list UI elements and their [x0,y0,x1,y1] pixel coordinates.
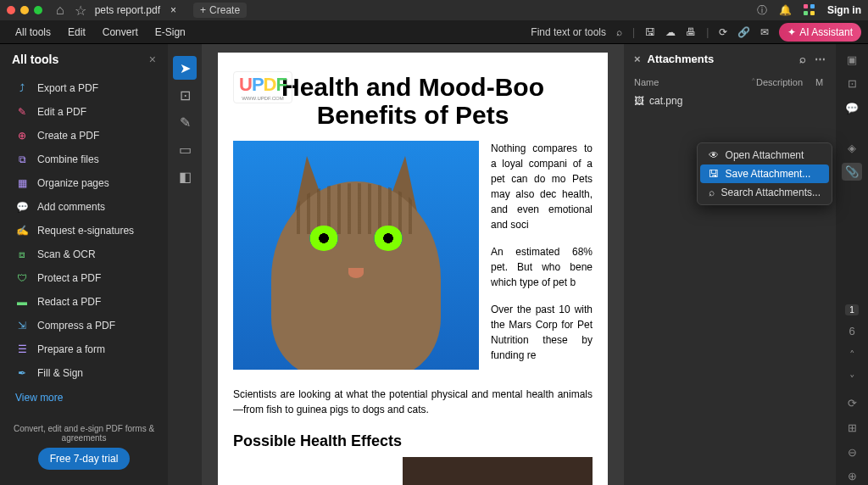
current-page[interactable]: 1 [845,304,859,315]
view-more-link[interactable]: View more [12,385,156,410]
rail-chat-icon[interactable]: ⊡ [842,75,862,93]
close-tab-icon[interactable]: × [167,4,180,16]
ctx-open-attachment[interactable]: 👁 Open Attachment [700,146,829,164]
document-viewport[interactable]: UPDF Health and Mood-Boo Benefits of Pet… [202,44,624,485]
tool-fill[interactable]: ✒Fill & Sign [12,361,156,385]
para-2: An estimated 68% pet. But who bene which… [491,244,593,290]
save-icon[interactable]: 🖫 [645,26,655,38]
close-window[interactable] [7,6,15,14]
page-down-icon[interactable]: ˅ [842,371,862,388]
create-icon: ⊕ [15,130,29,142]
ctx-save-attachment[interactable]: 🖫 Save Attachment... [700,164,829,183]
tool-scan[interactable]: ⧈Scan & OCR [12,242,156,266]
menu-convert[interactable]: Convert [94,23,147,42]
tool-label: Fill & Sign [37,367,83,379]
bell-icon[interactable]: 🔔 [779,4,792,16]
loop-icon[interactable]: ⟳ [719,26,727,38]
selection-tool[interactable]: ➤ [173,56,197,80]
tool-signature[interactable]: ✍Request e-signatures [12,219,156,242]
tool-export[interactable]: ⤴Export a PDF [12,76,156,100]
tool-label: Prepare a form [37,343,105,355]
attach-more-icon[interactable]: ⋯ [815,53,826,65]
organize-icon: ▦ [15,177,29,189]
tool-label: Organize pages [37,177,109,189]
menu-esign[interactable]: E-Sign [147,23,194,42]
col-description[interactable]: Description [756,77,815,88]
form-icon: ☰ [15,343,29,355]
ai-assistant-button[interactable]: ✦ AI Assistant [779,23,861,42]
tool-label: Compress a PDF [37,320,115,332]
rail-comment-icon[interactable]: 💬 [842,99,862,117]
tool-combine[interactable]: ⧉Combine files [12,148,156,171]
tool-label: Combine files [37,153,99,165]
sidebar-title: All tools × [12,53,156,66]
zoom-out-icon[interactable]: ⊖ [842,443,862,461]
titlebar: ⌂ ☆ pets report.pdf × + Create ⓘ 🔔 Sign … [0,0,868,20]
text-select-tool[interactable]: ⊡ [173,83,197,107]
tool-compress[interactable]: ⇲Compress a PDF [12,314,156,337]
attach-search-icon[interactable]: ⌕ [799,53,806,65]
attachment-item[interactable]: 🖼 cat.png [634,92,826,110]
col-name[interactable]: Name ˄ [634,77,756,88]
doc-subtitle: Possible Health Effects [233,432,593,450]
help-icon[interactable]: ⓘ [757,3,767,18]
page-up-icon[interactable]: ˄ [842,346,862,364]
home-icon[interactable]: ⌂ [56,3,64,18]
tool-organize[interactable]: ▦Organize pages [12,171,156,195]
tool-label: Edit a PDF [37,106,86,118]
page-toolbar: ➤ ⊡ ✎ ▭ ◧ [168,44,202,485]
menubar: All tools Edit Convert E-Sign Find text … [0,20,868,44]
ctx-search-attachments[interactable]: ⌕ Search Attachments... [700,183,829,202]
zoom-in-icon[interactable]: ⊕ [842,467,862,485]
link-icon[interactable]: 🔗 [737,26,750,38]
print-icon[interactable]: 🖶 [686,26,696,38]
close-sidebar-icon[interactable]: × [149,53,156,66]
tool-label: Redact a PDF [37,296,101,308]
image-placeholder [403,457,593,485]
tool-label: Add comments [37,201,105,213]
cat-image [233,141,479,370]
tool-protect[interactable]: 🛡Protect a PDF [12,266,156,290]
footer-text: Convert, edit and e-sign PDF forms & agr… [12,424,156,443]
rotate-icon[interactable]: ⟳ [842,395,862,413]
signin-button[interactable]: Sign in [827,4,861,16]
find-label: Find text or tools [531,26,606,38]
document-tab[interactable]: pets report.pdf × [95,4,180,16]
tab-title: pets report.pdf [95,4,160,16]
tool-edit[interactable]: ✎Edit a PDF [12,100,156,124]
rail-bookmark-icon[interactable]: ◈ [842,139,862,157]
cloud-icon[interactable]: ☁ [665,26,676,38]
maximize-window[interactable] [34,6,42,14]
tool-label: Create a PDF [37,130,99,142]
attachment-columns[interactable]: Name ˄ Description M [634,77,826,92]
tool-form[interactable]: ☰Prepare a form [12,337,156,361]
tool-create[interactable]: ⊕Create a PDF [12,124,156,148]
edit-icon: ✎ [15,106,29,118]
search-icon[interactable]: ⌕ [616,26,622,38]
tool-comment[interactable]: 💬Add comments [12,195,156,219]
create-button[interactable]: + Create [193,3,247,18]
tool-label: Protect a PDF [37,272,101,284]
apps-grid-icon[interactable] [804,4,815,16]
trial-button[interactable]: Free 7-day trial [38,448,131,470]
col-m[interactable]: M [815,77,826,88]
highlight-tool[interactable]: ▭ [173,137,197,161]
plus-icon: + [200,4,206,16]
fit-icon[interactable]: ⊞ [842,419,862,437]
tool-redact[interactable]: ▬Redact a PDF [12,290,156,314]
fill-icon: ✒ [15,367,29,379]
total-pages: 6 [842,322,862,340]
minimize-window[interactable] [20,6,29,14]
pencil-tool[interactable]: ✎ [173,110,197,134]
mail-icon[interactable]: ✉ [760,26,769,38]
star-icon[interactable]: ☆ [75,3,86,19]
eraser-tool[interactable]: ◧ [173,164,197,188]
menu-all-tools[interactable]: All tools [7,23,59,42]
window-controls[interactable] [7,6,42,14]
menu-edit[interactable]: Edit [59,23,94,42]
rail-attachment-icon[interactable]: 📎 [842,163,862,181]
right-rail: ▣ ⊡ 💬 ◈ 📎 1 6 ˄ ˅ ⟳ ⊞ ⊖ ⊕ [836,44,868,485]
rail-ai-icon[interactable]: ▣ [842,51,862,69]
tool-label: Scan & OCR [37,248,96,260]
close-panel-icon[interactable]: × [634,53,641,65]
